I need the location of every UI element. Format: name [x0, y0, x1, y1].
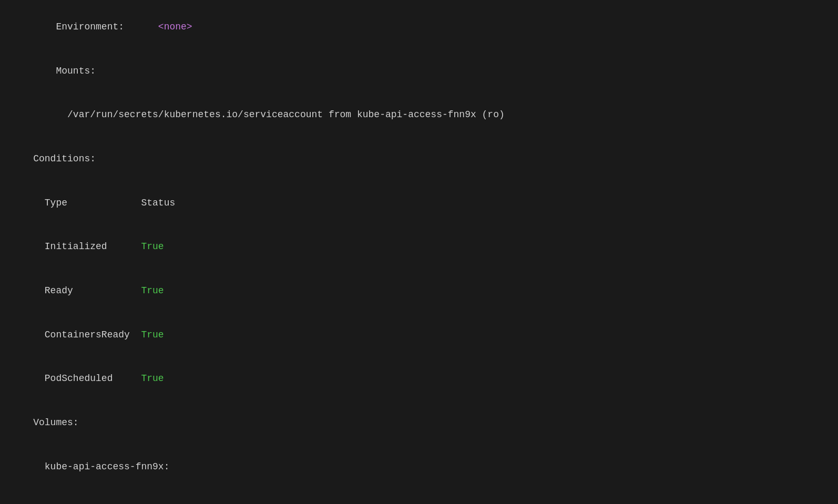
initialized-line: Initialized True: [11, 225, 827, 269]
terminal: Environment: <none> Mounts: /var/run/sec…: [11, 5, 827, 504]
type-projected-line: Type: Projected (a volume that contains …: [11, 489, 827, 504]
containers-ready-value: True: [141, 330, 163, 340]
env-value: <none>: [158, 22, 192, 32]
kube-api-line: kube-api-access-fnn9x:: [11, 445, 827, 489]
containers-ready-label: ContainersReady: [33, 330, 141, 340]
volumes-line: Volumes:: [11, 401, 827, 445]
env-label: Environment:: [33, 22, 158, 32]
mounts-path: /var/run/secrets/kubernetes.io/serviceac…: [33, 109, 505, 120]
ready-label: Ready: [33, 285, 141, 296]
pod-scheduled-value: True: [141, 373, 163, 384]
pod-scheduled-label: PodScheduled: [33, 373, 141, 384]
conditions-line: Conditions:: [11, 137, 827, 181]
mounts-path-line: /var/run/secrets/kubernetes.io/serviceac…: [11, 93, 827, 137]
type-status-line: Type Status: [11, 181, 827, 225]
initialized-value: True: [141, 241, 163, 252]
volumes-label: Volumes:: [33, 417, 78, 428]
env-line: Environment: <none>: [11, 5, 827, 49]
type-status-text: Type Status: [33, 198, 175, 208]
conditions-label: Conditions:: [33, 153, 96, 164]
kube-api-label: kube-api-access-fnn9x:: [33, 461, 169, 472]
ready-value: True: [141, 285, 163, 296]
ready-line: Ready True: [11, 269, 827, 313]
pod-scheduled-line: PodScheduled True: [11, 357, 827, 401]
mounts-line: Mounts:: [11, 49, 827, 94]
initialized-label: Initialized: [33, 241, 141, 252]
mounts-label: Mounts:: [33, 66, 96, 76]
containers-ready-line: ContainersReady True: [11, 313, 827, 357]
